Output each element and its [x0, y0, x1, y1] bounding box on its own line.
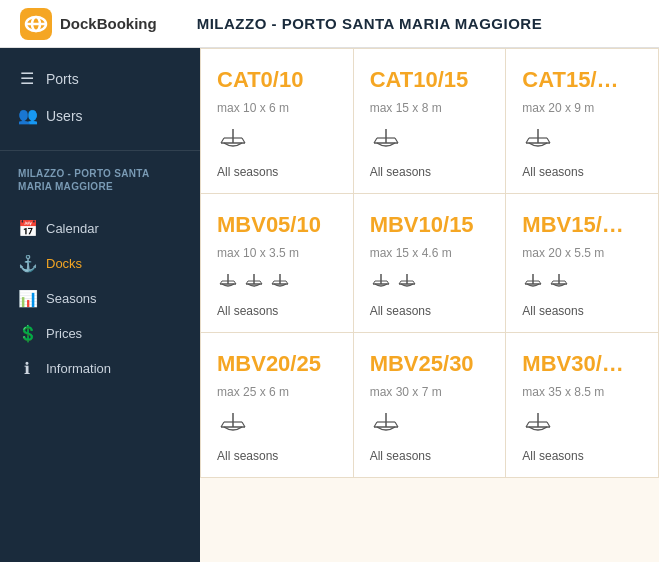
- card-season: All seasons: [522, 165, 642, 179]
- sidebar-item-seasons[interactable]: 📊 Seasons: [0, 281, 200, 316]
- main-layout: ☰ Ports 👥 Users MILAZZO - PORTO SANTAMAR…: [0, 48, 659, 562]
- card-title: CAT10/15: [370, 67, 490, 93]
- sidebar-divider: [0, 150, 200, 151]
- card-season: All seasons: [370, 165, 490, 179]
- main-content: CAT0/10 max 10 x 6 m All seasons CAT10/1…: [200, 48, 659, 562]
- boat-icons: [522, 274, 642, 290]
- boat-icons: [522, 413, 642, 435]
- sidebar-item-ports[interactable]: ☰ Ports: [0, 60, 200, 97]
- card-title: MBV20/25: [217, 351, 337, 377]
- card-title: MBV15/…: [522, 212, 642, 238]
- card-season: All seasons: [370, 304, 490, 318]
- ports-icon: ☰: [18, 69, 36, 88]
- dock-card-mbv10-15[interactable]: MBV10/15 max 15 x 4.6 m All seasons: [354, 194, 506, 332]
- boat-icons: [370, 129, 490, 151]
- boat-icons: [217, 413, 337, 435]
- sidebar-label-ports: Ports: [46, 71, 79, 87]
- card-title: MBV05/10: [217, 212, 337, 238]
- sidebar-item-prices[interactable]: 💲 Prices: [0, 316, 200, 351]
- dock-card-mbv20-25[interactable]: MBV20/25 max 25 x 6 m All seasons: [201, 333, 353, 477]
- docks-grid: CAT0/10 max 10 x 6 m All seasons CAT10/1…: [200, 48, 659, 478]
- sidebar-label-calendar: Calendar: [46, 221, 99, 236]
- docks-icon: ⚓: [18, 254, 36, 273]
- sidebar-top-section: ☰ Ports 👥 Users: [0, 48, 200, 146]
- card-title: MBV25/30: [370, 351, 490, 377]
- sidebar-item-information[interactable]: ℹ Information: [0, 351, 200, 386]
- dock-card-mbv30-x[interactable]: MBV30/… max 35 x 8.5 m All seasons: [506, 333, 658, 477]
- sidebar-item-users[interactable]: 👥 Users: [0, 97, 200, 134]
- card-title: MBV30/…: [522, 351, 642, 377]
- sidebar-label-users: Users: [46, 108, 83, 124]
- sidebar-item-calendar[interactable]: 📅 Calendar: [0, 211, 200, 246]
- card-dims: max 30 x 7 m: [370, 385, 490, 399]
- sidebar-item-docks[interactable]: ⚓ Docks: [0, 246, 200, 281]
- sidebar-label-seasons: Seasons: [46, 291, 97, 306]
- boat-icons: [217, 274, 337, 290]
- card-title: MBV10/15: [370, 212, 490, 238]
- card-season: All seasons: [522, 449, 642, 463]
- boat-icons: [370, 413, 490, 435]
- card-dims: max 15 x 4.6 m: [370, 246, 490, 260]
- dock-card-cat10-15[interactable]: CAT10/15 max 15 x 8 m All seasons: [354, 49, 506, 193]
- information-icon: ℹ: [18, 359, 36, 378]
- card-dims: max 10 x 3.5 m: [217, 246, 337, 260]
- card-dims: max 20 x 5.5 m: [522, 246, 642, 260]
- card-season: All seasons: [522, 304, 642, 318]
- card-title: CAT15/…: [522, 67, 642, 93]
- prices-icon: 💲: [18, 324, 36, 343]
- logo-text: DockBooking: [60, 15, 157, 32]
- sidebar-sub-section: 📅 Calendar ⚓ Docks 📊 Seasons 💲 Prices ℹ …: [0, 199, 200, 398]
- dock-card-cat0-10[interactable]: CAT0/10 max 10 x 6 m All seasons: [201, 49, 353, 193]
- card-season: All seasons: [217, 449, 337, 463]
- sidebar-label-information: Information: [46, 361, 111, 376]
- card-dims: max 20 x 9 m: [522, 101, 642, 115]
- card-season: All seasons: [370, 449, 490, 463]
- card-season: All seasons: [217, 304, 337, 318]
- sidebar-port-label: MILAZZO - PORTO SANTAMARIA MAGGIORE: [0, 155, 200, 199]
- boat-icons: [217, 129, 337, 151]
- card-season: All seasons: [217, 165, 337, 179]
- card-dims: max 10 x 6 m: [217, 101, 337, 115]
- sidebar-label-docks: Docks: [46, 256, 82, 271]
- sidebar-label-prices: Prices: [46, 326, 82, 341]
- dock-card-mbv05-10[interactable]: MBV05/10 max 10 x 3.5 m All seasons: [201, 194, 353, 332]
- boat-icons: [370, 274, 490, 290]
- page-title: MILAZZO - PORTO SANTA MARIA MAGGIORE: [197, 15, 542, 32]
- seasons-icon: 📊: [18, 289, 36, 308]
- card-dims: max 35 x 8.5 m: [522, 385, 642, 399]
- dock-card-cat15-x[interactable]: CAT15/… max 20 x 9 m All seasons: [506, 49, 658, 193]
- sidebar: ☰ Ports 👥 Users MILAZZO - PORTO SANTAMAR…: [0, 48, 200, 562]
- logo-icon: [20, 8, 52, 40]
- calendar-icon: 📅: [18, 219, 36, 238]
- card-dims: max 25 x 6 m: [217, 385, 337, 399]
- dock-card-mbv25-30[interactable]: MBV25/30 max 30 x 7 m All seasons: [354, 333, 506, 477]
- users-icon: 👥: [18, 106, 36, 125]
- header: DockBooking MILAZZO - PORTO SANTA MARIA …: [0, 0, 659, 48]
- card-title: CAT0/10: [217, 67, 337, 93]
- dock-card-mbv15-x[interactable]: MBV15/… max 20 x 5.5 m All seasons: [506, 194, 658, 332]
- card-dims: max 15 x 8 m: [370, 101, 490, 115]
- boat-icons: [522, 129, 642, 151]
- logo: DockBooking: [20, 8, 157, 40]
